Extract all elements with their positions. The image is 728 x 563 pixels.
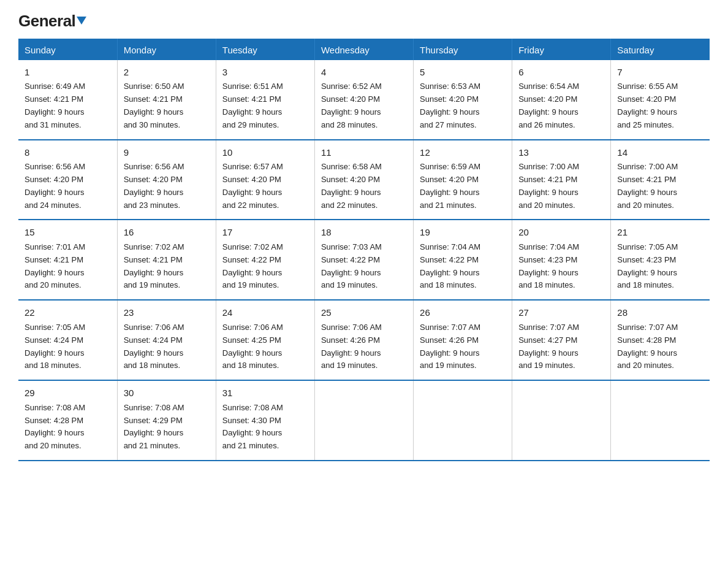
day-info: Sunrise: 6:56 AMSunset: 4:20 PMDaylight:… bbox=[25, 162, 85, 210]
day-info: Sunrise: 6:58 AMSunset: 4:20 PMDaylight:… bbox=[321, 162, 382, 210]
calendar-cell: 6Sunrise: 6:54 AMSunset: 4:20 PMDaylight… bbox=[512, 60, 611, 140]
day-info: Sunrise: 7:06 AMSunset: 4:26 PMDaylight:… bbox=[321, 323, 382, 370]
calendar-cell: 18Sunrise: 7:03 AMSunset: 4:22 PMDayligh… bbox=[314, 220, 413, 300]
day-info: Sunrise: 6:54 AMSunset: 4:20 PMDaylight:… bbox=[518, 82, 579, 129]
day-number: 30 bbox=[124, 386, 210, 400]
day-number: 8 bbox=[25, 145, 111, 159]
calendar-cell: 28Sunrise: 7:07 AMSunset: 4:28 PMDayligh… bbox=[611, 300, 710, 380]
calendar-cell bbox=[414, 380, 512, 461]
logo-general: General bbox=[18, 12, 86, 30]
calendar-cell: 20Sunrise: 7:04 AMSunset: 4:23 PMDayligh… bbox=[512, 220, 611, 300]
calendar-cell: 17Sunrise: 7:02 AMSunset: 4:22 PMDayligh… bbox=[216, 220, 314, 300]
day-number: 19 bbox=[420, 225, 506, 239]
day-number: 4 bbox=[321, 65, 407, 79]
day-info: Sunrise: 7:05 AMSunset: 4:23 PMDaylight:… bbox=[617, 242, 678, 290]
day-info: Sunrise: 7:06 AMSunset: 4:25 PMDaylight:… bbox=[222, 323, 283, 370]
day-info: Sunrise: 6:51 AMSunset: 4:21 PMDaylight:… bbox=[222, 82, 283, 129]
day-number: 7 bbox=[617, 65, 703, 79]
calendar-cell: 30Sunrise: 7:08 AMSunset: 4:29 PMDayligh… bbox=[117, 380, 216, 461]
calendar-cell: 8Sunrise: 6:56 AMSunset: 4:20 PMDaylight… bbox=[18, 140, 117, 220]
day-number: 16 bbox=[124, 225, 210, 239]
calendar-cell: 3Sunrise: 6:51 AMSunset: 4:21 PMDaylight… bbox=[216, 60, 314, 140]
day-number: 22 bbox=[25, 305, 111, 320]
day-info: Sunrise: 7:07 AMSunset: 4:26 PMDaylight:… bbox=[420, 323, 480, 370]
day-info: Sunrise: 7:00 AMSunset: 4:21 PMDaylight:… bbox=[518, 162, 579, 210]
calendar-week-row: 15Sunrise: 7:01 AMSunset: 4:21 PMDayligh… bbox=[18, 220, 710, 300]
day-number: 23 bbox=[124, 305, 210, 320]
calendar-table: SundayMondayTuesdayWednesdayThursdayFrid… bbox=[18, 39, 710, 462]
calendar-cell: 24Sunrise: 7:06 AMSunset: 4:25 PMDayligh… bbox=[216, 300, 314, 380]
day-info: Sunrise: 7:00 AMSunset: 4:21 PMDaylight:… bbox=[617, 162, 678, 210]
calendar-cell: 7Sunrise: 6:55 AMSunset: 4:20 PMDaylight… bbox=[611, 60, 710, 140]
day-number: 10 bbox=[222, 145, 308, 159]
calendar-cell: 26Sunrise: 7:07 AMSunset: 4:26 PMDayligh… bbox=[414, 300, 512, 380]
calendar-cell: 19Sunrise: 7:04 AMSunset: 4:22 PMDayligh… bbox=[414, 220, 512, 300]
header-monday: Monday bbox=[117, 39, 216, 60]
calendar-cell bbox=[611, 380, 710, 461]
calendar-cell: 9Sunrise: 6:56 AMSunset: 4:20 PMDaylight… bbox=[117, 140, 216, 220]
day-info: Sunrise: 6:50 AMSunset: 4:21 PMDaylight:… bbox=[124, 82, 184, 129]
calendar-cell bbox=[314, 380, 413, 461]
day-number: 1 bbox=[25, 65, 111, 79]
day-number: 25 bbox=[321, 305, 407, 320]
calendar-cell: 22Sunrise: 7:05 AMSunset: 4:24 PMDayligh… bbox=[18, 300, 117, 380]
day-number: 27 bbox=[518, 305, 604, 320]
day-number: 31 bbox=[222, 386, 308, 400]
calendar-week-row: 29Sunrise: 7:08 AMSunset: 4:28 PMDayligh… bbox=[18, 380, 710, 461]
calendar-cell: 13Sunrise: 7:00 AMSunset: 4:21 PMDayligh… bbox=[512, 140, 611, 220]
calendar-header-row: SundayMondayTuesdayWednesdayThursdayFrid… bbox=[18, 39, 710, 60]
day-info: Sunrise: 7:02 AMSunset: 4:22 PMDaylight:… bbox=[222, 242, 283, 290]
calendar-cell: 25Sunrise: 7:06 AMSunset: 4:26 PMDayligh… bbox=[314, 300, 413, 380]
day-number: 12 bbox=[420, 145, 506, 159]
calendar-cell: 5Sunrise: 6:53 AMSunset: 4:20 PMDaylight… bbox=[414, 60, 512, 140]
day-info: Sunrise: 7:01 AMSunset: 4:21 PMDaylight:… bbox=[25, 242, 85, 290]
calendar-cell: 14Sunrise: 7:00 AMSunset: 4:21 PMDayligh… bbox=[611, 140, 710, 220]
calendar-cell: 21Sunrise: 7:05 AMSunset: 4:23 PMDayligh… bbox=[611, 220, 710, 300]
calendar-cell: 4Sunrise: 6:52 AMSunset: 4:20 PMDaylight… bbox=[314, 60, 413, 140]
day-info: Sunrise: 6:56 AMSunset: 4:20 PMDaylight:… bbox=[124, 162, 184, 210]
header-thursday: Thursday bbox=[414, 39, 512, 60]
day-info: Sunrise: 7:08 AMSunset: 4:30 PMDaylight:… bbox=[222, 403, 283, 451]
calendar-cell: 23Sunrise: 7:06 AMSunset: 4:24 PMDayligh… bbox=[117, 300, 216, 380]
calendar-cell: 31Sunrise: 7:08 AMSunset: 4:30 PMDayligh… bbox=[216, 380, 314, 461]
calendar-cell: 27Sunrise: 7:07 AMSunset: 4:27 PMDayligh… bbox=[512, 300, 611, 380]
calendar-cell: 29Sunrise: 7:08 AMSunset: 4:28 PMDayligh… bbox=[18, 380, 117, 461]
header-friday: Friday bbox=[512, 39, 611, 60]
day-info: Sunrise: 6:59 AMSunset: 4:20 PMDaylight:… bbox=[420, 162, 480, 210]
calendar-cell bbox=[512, 380, 611, 461]
day-number: 11 bbox=[321, 145, 407, 159]
calendar-cell: 10Sunrise: 6:57 AMSunset: 4:20 PMDayligh… bbox=[216, 140, 314, 220]
day-info: Sunrise: 7:07 AMSunset: 4:27 PMDaylight:… bbox=[518, 323, 579, 370]
day-number: 9 bbox=[124, 145, 210, 159]
day-info: Sunrise: 6:53 AMSunset: 4:20 PMDaylight:… bbox=[420, 82, 480, 129]
day-number: 3 bbox=[222, 65, 308, 79]
header-tuesday: Tuesday bbox=[216, 39, 314, 60]
day-info: Sunrise: 6:57 AMSunset: 4:20 PMDaylight:… bbox=[222, 162, 283, 210]
logo: General bbox=[18, 12, 86, 28]
header-sunday: Sunday bbox=[18, 39, 117, 60]
day-number: 14 bbox=[617, 145, 703, 159]
day-number: 6 bbox=[518, 65, 604, 79]
calendar-cell: 11Sunrise: 6:58 AMSunset: 4:20 PMDayligh… bbox=[314, 140, 413, 220]
day-number: 13 bbox=[518, 145, 604, 159]
day-number: 21 bbox=[617, 225, 703, 239]
day-number: 24 bbox=[222, 305, 308, 320]
calendar-cell: 15Sunrise: 7:01 AMSunset: 4:21 PMDayligh… bbox=[18, 220, 117, 300]
day-info: Sunrise: 7:05 AMSunset: 4:24 PMDaylight:… bbox=[25, 323, 85, 370]
day-number: 17 bbox=[222, 225, 308, 239]
day-info: Sunrise: 7:03 AMSunset: 4:22 PMDaylight:… bbox=[321, 242, 382, 290]
day-info: Sunrise: 7:04 AMSunset: 4:23 PMDaylight:… bbox=[518, 242, 579, 290]
day-number: 5 bbox=[420, 65, 506, 79]
calendar-cell: 1Sunrise: 6:49 AMSunset: 4:21 PMDaylight… bbox=[18, 60, 117, 140]
header-wednesday: Wednesday bbox=[314, 39, 413, 60]
day-number: 15 bbox=[25, 225, 111, 239]
day-number: 20 bbox=[518, 225, 604, 239]
day-info: Sunrise: 7:06 AMSunset: 4:24 PMDaylight:… bbox=[124, 323, 184, 370]
day-info: Sunrise: 7:08 AMSunset: 4:29 PMDaylight:… bbox=[124, 403, 184, 451]
day-info: Sunrise: 7:08 AMSunset: 4:28 PMDaylight:… bbox=[25, 403, 85, 451]
day-info: Sunrise: 6:49 AMSunset: 4:21 PMDaylight:… bbox=[25, 82, 85, 129]
day-info: Sunrise: 7:04 AMSunset: 4:22 PMDaylight:… bbox=[420, 242, 480, 290]
calendar-cell: 12Sunrise: 6:59 AMSunset: 4:20 PMDayligh… bbox=[414, 140, 512, 220]
header-saturday: Saturday bbox=[611, 39, 710, 60]
day-info: Sunrise: 6:55 AMSunset: 4:20 PMDaylight:… bbox=[617, 82, 678, 129]
